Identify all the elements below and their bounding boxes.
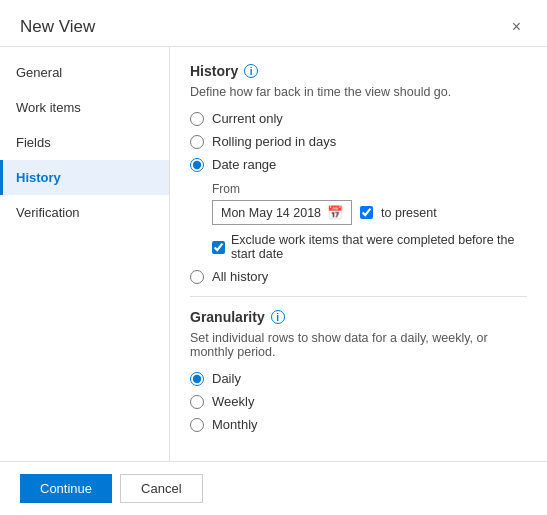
- granularity-description: Set individual rows to show data for a d…: [190, 331, 527, 359]
- radio-monthly[interactable]: Monthly: [190, 417, 527, 432]
- exclude-checkbox[interactable]: [212, 241, 225, 254]
- history-radio-group: Current only Rolling period in days Date…: [190, 111, 527, 172]
- granularity-section: Granularity i Set individual rows to sho…: [190, 309, 527, 432]
- continue-button[interactable]: Continue: [20, 474, 112, 503]
- radio-all-history-label: All history: [212, 269, 268, 284]
- radio-current-only-label: Current only: [212, 111, 283, 126]
- date-range-block: From Mon May 14 2018 📅 to present Exclud…: [212, 182, 527, 261]
- radio-monthly-label: Monthly: [212, 417, 258, 432]
- history-section-title: History i: [190, 63, 527, 79]
- radio-all-history[interactable]: All history: [190, 269, 527, 284]
- to-present-label: to present: [381, 206, 437, 220]
- dialog-header: New View ×: [0, 0, 547, 47]
- new-view-dialog: New View × GeneralWork itemsFieldsHistor…: [0, 0, 547, 515]
- radio-current-only-input[interactable]: [190, 112, 204, 126]
- granularity-label: Granularity: [190, 309, 265, 325]
- history-info-icon[interactable]: i: [244, 64, 258, 78]
- radio-date-range-input[interactable]: [190, 158, 204, 172]
- history-label: History: [190, 63, 238, 79]
- history-description: Define how far back in time the view sho…: [190, 85, 527, 99]
- radio-weekly[interactable]: Weekly: [190, 394, 527, 409]
- exclude-checkbox-row: Exclude work items that were completed b…: [212, 233, 527, 261]
- radio-rolling-period[interactable]: Rolling period in days: [190, 134, 527, 149]
- to-present-checkbox[interactable]: [360, 206, 373, 219]
- radio-daily-label: Daily: [212, 371, 241, 386]
- radio-rolling-period-label: Rolling period in days: [212, 134, 336, 149]
- dialog-body: GeneralWork itemsFieldsHistoryVerificati…: [0, 47, 547, 461]
- cancel-button[interactable]: Cancel: [120, 474, 202, 503]
- radio-weekly-label: Weekly: [212, 394, 254, 409]
- calendar-icon: 📅: [327, 205, 343, 220]
- sidebar-item-fields[interactable]: Fields: [0, 125, 169, 160]
- content-area: History i Define how far back in time th…: [170, 47, 547, 461]
- all-history-radio-group: All history: [190, 269, 527, 284]
- radio-current-only[interactable]: Current only: [190, 111, 527, 126]
- sidebar-item-history[interactable]: History: [0, 160, 169, 195]
- radio-monthly-input[interactable]: [190, 418, 204, 432]
- date-picker[interactable]: Mon May 14 2018 📅: [212, 200, 352, 225]
- close-button[interactable]: ×: [506, 16, 527, 38]
- granularity-info-icon[interactable]: i: [271, 310, 285, 324]
- section-divider: [190, 296, 527, 297]
- radio-weekly-input[interactable]: [190, 395, 204, 409]
- dialog-footer: Continue Cancel: [0, 461, 547, 515]
- exclude-label: Exclude work items that were completed b…: [231, 233, 527, 261]
- sidebar-item-work-items[interactable]: Work items: [0, 90, 169, 125]
- radio-date-range[interactable]: Date range: [190, 157, 527, 172]
- radio-date-range-label: Date range: [212, 157, 276, 172]
- radio-daily-input[interactable]: [190, 372, 204, 386]
- from-label: From: [212, 182, 527, 196]
- radio-daily[interactable]: Daily: [190, 371, 527, 386]
- granularity-section-title: Granularity i: [190, 309, 527, 325]
- sidebar-item-general[interactable]: General: [0, 55, 169, 90]
- sidebar-item-verification[interactable]: Verification: [0, 195, 169, 230]
- radio-rolling-period-input[interactable]: [190, 135, 204, 149]
- sidebar: GeneralWork itemsFieldsHistoryVerificati…: [0, 47, 170, 461]
- granularity-radio-group: Daily Weekly Monthly: [190, 371, 527, 432]
- date-value: Mon May 14 2018: [221, 206, 321, 220]
- dialog-title: New View: [20, 17, 95, 37]
- date-row: Mon May 14 2018 📅 to present: [212, 200, 527, 225]
- radio-all-history-input[interactable]: [190, 270, 204, 284]
